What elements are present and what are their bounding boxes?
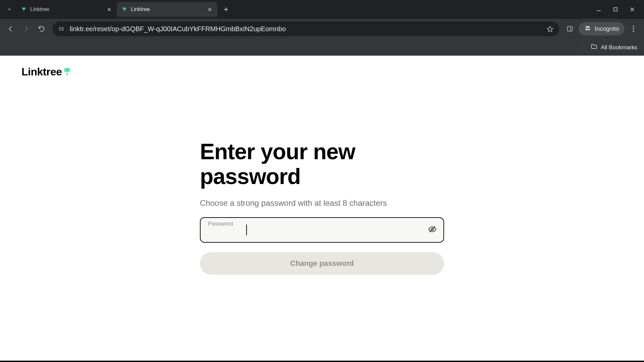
svg-rect-25 bbox=[62, 30, 64, 31]
page-heading: Enter your new password bbox=[200, 139, 444, 189]
tab-strip: Linktree Linktree bbox=[0, 0, 644, 19]
tab-title: Linktree bbox=[131, 6, 203, 12]
linktree-logo[interactable]: Linktree bbox=[21, 66, 71, 78]
incognito-icon bbox=[584, 24, 591, 34]
eye-off-icon bbox=[428, 225, 437, 235]
browser-toolbar: linktr.ee/reset/op-dGQBF_W-qJ00IACubYkFF… bbox=[0, 19, 644, 39]
page-subheading: Choose a strong password with at least 8… bbox=[200, 198, 444, 208]
taskbar-edge bbox=[0, 361, 644, 362]
svg-rect-17 bbox=[614, 8, 617, 11]
folder-icon bbox=[591, 43, 597, 52]
linktree-favicon-icon bbox=[21, 6, 27, 12]
nav-reload-button[interactable] bbox=[35, 22, 48, 36]
window-minimize-button[interactable] bbox=[595, 6, 602, 13]
svg-point-30 bbox=[588, 28, 590, 30]
password-input[interactable] bbox=[200, 217, 444, 243]
svg-rect-21 bbox=[59, 28, 61, 29]
svg-point-29 bbox=[586, 28, 588, 30]
svg-point-34 bbox=[633, 31, 634, 32]
address-bar[interactable]: linktr.ee/reset/op-dGQBF_W-qJ00IACubYkFF… bbox=[52, 21, 559, 36]
window-maximize-button[interactable] bbox=[612, 6, 619, 13]
page-content: Linktree Enter your new password Choose … bbox=[0, 56, 644, 362]
side-panel-button[interactable] bbox=[563, 22, 577, 36]
all-bookmarks-button[interactable]: All Bookmarks bbox=[601, 44, 637, 51]
incognito-label: Incognito bbox=[595, 25, 619, 33]
close-tab-button[interactable] bbox=[207, 6, 213, 12]
url-text: linktr.ee/reset/op-dGQBF_W-qJ00IACubYkFF… bbox=[70, 25, 286, 33]
svg-rect-24 bbox=[62, 28, 64, 29]
site-info-icon[interactable] bbox=[58, 25, 65, 33]
window-close-button[interactable] bbox=[629, 6, 636, 13]
close-tab-button[interactable] bbox=[106, 6, 112, 12]
incognito-indicator[interactable]: Incognito bbox=[579, 22, 625, 36]
password-field-wrapper: Password bbox=[200, 217, 444, 243]
logo-text: Linktree bbox=[21, 66, 62, 78]
linktree-mark-icon bbox=[63, 67, 71, 77]
tab-search-button[interactable] bbox=[3, 3, 16, 16]
bookmarks-bar: All Bookmarks bbox=[0, 39, 644, 56]
browser-menu-button[interactable] bbox=[627, 22, 640, 36]
svg-rect-23 bbox=[62, 27, 64, 28]
browser-tab-0[interactable]: Linktree bbox=[16, 2, 117, 17]
nav-back-button[interactable] bbox=[4, 22, 17, 36]
nav-forward-button[interactable] bbox=[19, 22, 33, 36]
svg-marker-26 bbox=[547, 26, 553, 32]
new-tab-button[interactable] bbox=[220, 3, 232, 15]
svg-point-32 bbox=[633, 26, 634, 27]
tab-title: Linktree bbox=[30, 6, 103, 12]
divider bbox=[582, 43, 582, 52]
svg-point-33 bbox=[633, 28, 634, 29]
toggle-password-visibility-button[interactable] bbox=[427, 225, 437, 235]
linktree-favicon-icon bbox=[121, 6, 127, 12]
bookmark-star-button[interactable] bbox=[546, 25, 554, 33]
browser-tab-1[interactable]: Linktree bbox=[117, 2, 217, 17]
svg-rect-22 bbox=[59, 30, 61, 31]
change-password-button[interactable]: Change password bbox=[200, 252, 444, 275]
svg-rect-20 bbox=[59, 27, 61, 28]
svg-rect-27 bbox=[567, 26, 572, 31]
